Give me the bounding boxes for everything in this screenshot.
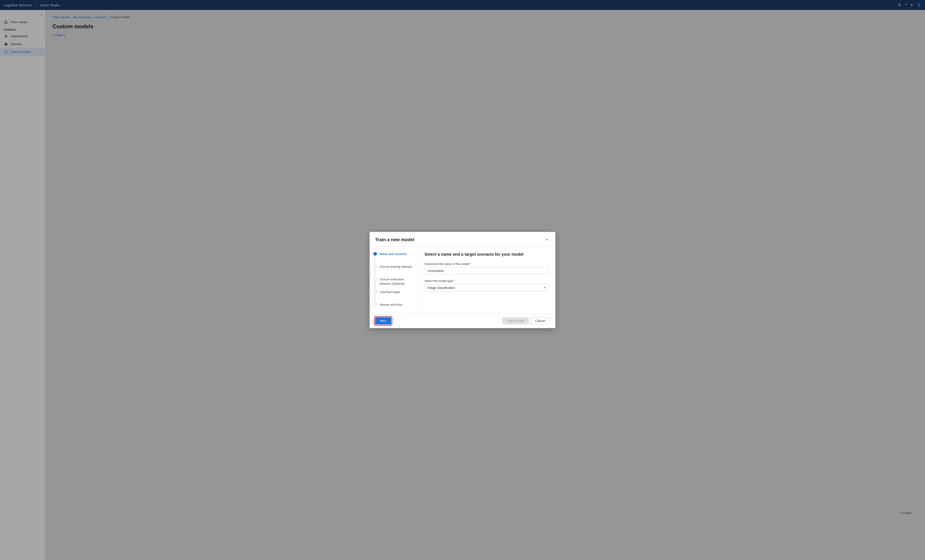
modal-footer: Next Train model Cancel	[370, 313, 555, 328]
cancel-button[interactable]: Cancel	[530, 317, 550, 324]
step-1-dot	[373, 252, 377, 256]
footer-right: Train model Cancel	[503, 317, 550, 324]
model-type-select-wrapper: Image classification Object detection ▾	[425, 284, 548, 292]
step-2-dot	[373, 265, 377, 268]
step-4-indicator	[373, 290, 377, 302]
step-4-dot	[373, 290, 377, 294]
step-1-label[interactable]: Name and scenario	[380, 252, 407, 256]
next-button[interactable]: Next	[375, 317, 391, 324]
close-button[interactable]: ×	[544, 236, 550, 243]
step-3-label[interactable]: Choose evaluation datasets (Optional)	[380, 278, 413, 285]
wizard-content-title: Select a name and a target scenario for …	[425, 252, 548, 257]
modal-header: Train a new model ×	[370, 232, 555, 247]
step-5-label[interactable]: Review and finish	[380, 303, 403, 307]
step-5-indicator	[373, 303, 377, 306]
modal-title: Train a new model	[375, 237, 414, 242]
step-3-line	[375, 281, 375, 289]
wizard-steps-panel: Name and scenario Choose training datase…	[370, 247, 417, 313]
model-name-input[interactable]	[425, 267, 548, 275]
step-4-line	[375, 294, 375, 302]
model-type-group: Select the model type* Image classificat…	[425, 279, 548, 292]
footer-left: Next	[375, 317, 391, 324]
step-name-scenario: Name and scenario	[373, 252, 413, 264]
train-model-modal: Train a new model × Name and scenario	[370, 232, 555, 328]
step-1-line	[375, 256, 375, 263]
step-2-indicator	[373, 265, 377, 276]
wizard-step-3: Choose evaluation datasets (Optional)	[373, 278, 413, 289]
step-3-indicator	[373, 278, 377, 289]
modal-overlay: Train a new model × Name and scenario	[0, 0, 925, 560]
step-4-label[interactable]: Training budget	[380, 290, 400, 294]
step-training-datasets: Choose training datasets	[373, 265, 413, 276]
wizard-main-content: Select a name and a target scenario for …	[417, 247, 555, 313]
model-type-label: Select the model type*	[425, 279, 548, 282]
train-model-button: Train model	[503, 317, 529, 324]
type-required-star: *	[453, 279, 454, 282]
model-name-label: Customize the name of this model*	[425, 262, 548, 266]
step-2-label[interactable]: Choose training datasets	[380, 265, 412, 269]
model-type-select[interactable]: Image classification Object detection	[425, 284, 548, 292]
modal-body: Name and scenario Choose training datase…	[370, 247, 555, 313]
wizard-step-4: Training budget	[373, 290, 413, 302]
step-2-line	[375, 269, 375, 276]
step-3-dot	[373, 278, 377, 281]
step-eval-datasets: Choose evaluation datasets (Optional)	[373, 278, 413, 289]
step-review-finish: Review and finish	[373, 303, 413, 307]
step-5-dot	[373, 303, 377, 306]
wizard-step-2: Choose training datasets	[373, 265, 413, 276]
name-required-star: *	[470, 262, 471, 266]
wizard-step-1: Name and scenario	[373, 252, 413, 264]
model-name-group: Customize the name of this model*	[425, 262, 548, 275]
step-training-budget: Training budget	[373, 290, 413, 302]
wizard-step-5: Review and finish	[373, 303, 413, 307]
step-1-indicator	[373, 252, 377, 264]
